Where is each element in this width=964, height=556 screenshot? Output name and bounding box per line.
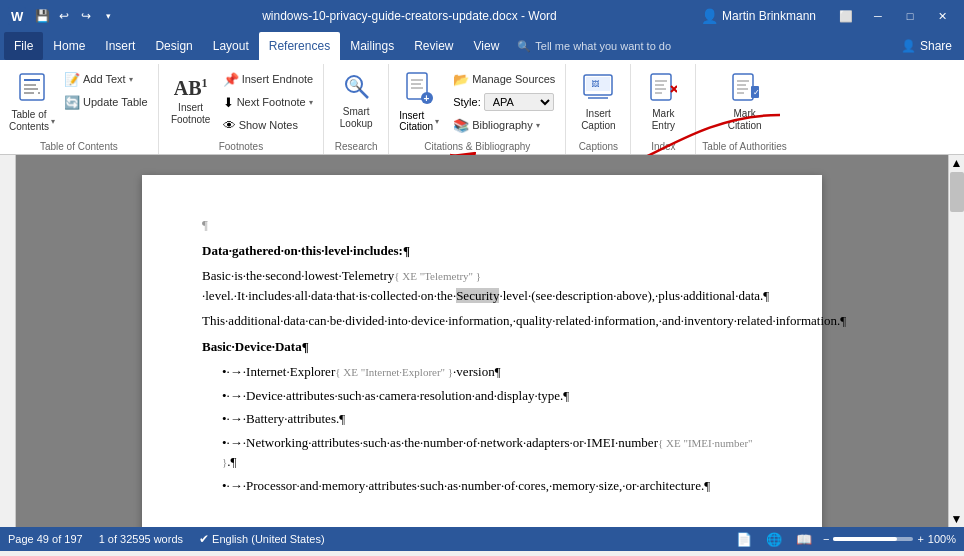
para-pilcrow: ¶: [202, 215, 762, 235]
page-indicator: Page 49 of 197: [8, 533, 83, 545]
tell-me-area[interactable]: 🔍 Tell me what you want to do: [509, 32, 893, 60]
manage-sources-button[interactable]: 📂 Manage Sources: [449, 68, 559, 90]
footnotes-group: AB1 InsertFootnote 📌 Insert Endnote ⬇ Ne…: [159, 64, 325, 154]
user-icon: 👤: [701, 8, 718, 24]
xe-telemetry: { XE "Telemetry" }: [394, 270, 481, 282]
add-text-label: Add Text: [83, 73, 126, 85]
customize-qa-button[interactable]: ▾: [98, 6, 118, 26]
toc-dropdown-icon: ▾: [51, 117, 55, 126]
next-footnote-button[interactable]: ⬇ Next Footnote ▾: [219, 91, 318, 113]
mark-entry-button[interactable]: MarkEntry: [637, 68, 689, 136]
insert-footnote-label: InsertFootnote: [171, 102, 210, 126]
mark-citation-button[interactable]: ✓ MarkCitation: [719, 68, 771, 136]
user-name: Martin Brinkmann: [722, 9, 816, 23]
add-text-button[interactable]: 📝 Add Text ▾: [60, 68, 152, 90]
insert-citation-button[interactable]: + InsertCitation ▾: [395, 68, 443, 136]
toc-button[interactable]: Table ofContents ▾: [6, 68, 58, 137]
captions-group: 🖼 InsertCaption Captions: [566, 64, 631, 154]
bullet-battery: •·→·Battery·attributes.¶: [222, 409, 762, 429]
mark-entry-icon: [649, 72, 677, 105]
language-indicator: ✔ English (United States): [199, 532, 325, 546]
bullet-processor: •·→·Processor·and·memory·attributes·such…: [222, 476, 762, 496]
mark-citation-icon: ✓: [731, 72, 759, 105]
index-group: MarkEntry Index: [631, 64, 696, 154]
toc-small-buttons: 📝 Add Text ▾ 🔄 Update Table: [60, 68, 152, 113]
view-print-button[interactable]: 📄: [733, 530, 755, 548]
menu-references[interactable]: References: [259, 32, 340, 60]
insert-citation-dropdown: ▾: [435, 117, 439, 126]
captions-buttons: 🖼 InsertCaption: [572, 64, 624, 139]
menu-review[interactable]: Review: [404, 32, 463, 60]
menu-mailings[interactable]: Mailings: [340, 32, 404, 60]
show-notes-icon: 👁: [223, 118, 236, 133]
insert-endnote-button[interactable]: 📌 Insert Endnote: [219, 68, 318, 90]
quick-access-toolbar: 💾 ↩ ↪ ▾: [32, 6, 118, 26]
zoom-level: 100%: [928, 533, 956, 545]
citations-group-label: Citations & Bibliography: [424, 139, 530, 154]
zoom-out-button[interactable]: −: [823, 533, 829, 545]
status-bar-right: 📄 🌐 📖 − + 100%: [733, 530, 956, 548]
document-content: ¶ Data·gathered·on·this·level·includes:¶…: [202, 215, 762, 495]
captions-group-label: Captions: [579, 139, 618, 154]
pilcrow-mark: ¶: [202, 217, 208, 232]
bibliography-label: Bibliography: [472, 119, 533, 131]
next-footnote-label: Next Footnote: [237, 96, 306, 108]
redo-button[interactable]: ↪: [76, 6, 96, 26]
citations-small-buttons: 📂 Manage Sources Style: APA MLA Chicago …: [449, 68, 559, 136]
menu-layout[interactable]: Layout: [203, 32, 259, 60]
restore-button[interactable]: □: [896, 0, 924, 32]
index-buttons: MarkEntry: [637, 64, 689, 139]
svg-text:🖼: 🖼: [591, 80, 599, 89]
style-select[interactable]: APA MLA Chicago: [484, 93, 554, 111]
close-button[interactable]: ✕: [928, 0, 956, 32]
left-margin: [0, 155, 16, 527]
mark-citation-label: MarkCitation: [728, 108, 762, 132]
view-read-button[interactable]: 📖: [793, 530, 815, 548]
next-footnote-icon: ⬇: [223, 95, 234, 110]
scroll-down-button[interactable]: ▼: [949, 511, 964, 527]
insert-citation-icon: +: [405, 72, 433, 107]
menu-insert[interactable]: Insert: [95, 32, 145, 60]
authorities-group: ✓ MarkCitation Table of Authorities: [696, 64, 793, 154]
bibliography-button[interactable]: 📚 Bibliography ▾: [449, 114, 559, 136]
insert-endnote-icon: 📌: [223, 72, 239, 87]
bullet-device: •·→·Device·attributes·such·as·camera·res…: [222, 386, 762, 406]
insert-caption-button[interactable]: 🖼 InsertCaption: [572, 68, 624, 136]
undo-button[interactable]: ↩: [54, 6, 74, 26]
menu-view[interactable]: View: [464, 32, 510, 60]
toc-icon: [18, 72, 46, 106]
update-table-button[interactable]: 🔄 Update Table: [60, 91, 152, 113]
view-web-button[interactable]: 🌐: [763, 530, 785, 548]
ribbon-display-button[interactable]: ⬜: [832, 0, 860, 32]
right-scrollbar[interactable]: ▲ ▼: [948, 155, 964, 527]
document-area[interactable]: ¶ Data·gathered·on·this·level·includes:¶…: [16, 155, 948, 527]
show-notes-button[interactable]: 👁 Show Notes: [219, 114, 318, 136]
zoom-slider[interactable]: [833, 537, 913, 541]
svg-text:🔍: 🔍: [349, 78, 362, 91]
minimize-button[interactable]: ─: [864, 0, 892, 32]
citations-group: + InsertCitation ▾ 📂 Manage Sources Styl…: [389, 64, 566, 154]
language-check-icon: ✔: [199, 532, 209, 546]
menu-home[interactable]: Home: [43, 32, 95, 60]
insert-caption-icon: 🖼: [583, 72, 613, 105]
citations-buttons: + InsertCitation ▾ 📂 Manage Sources Styl…: [395, 64, 559, 139]
menu-file[interactable]: File: [4, 32, 43, 60]
save-button[interactable]: 💾: [32, 6, 52, 26]
ribbon: Table ofContents ▾ 📝 Add Text ▾ 🔄 Update…: [0, 60, 964, 155]
style-label: Style:: [453, 96, 481, 108]
insert-footnote-button[interactable]: AB1 InsertFootnote: [165, 68, 217, 134]
next-footnote-dropdown: ▾: [309, 98, 313, 107]
scroll-thumb[interactable]: [950, 172, 964, 212]
zoom-in-button[interactable]: +: [917, 533, 923, 545]
smart-lookup-label: SmartLookup: [340, 106, 373, 130]
word-count: 1 of 32595 words: [99, 533, 183, 545]
share-button[interactable]: 👤 Share: [893, 32, 960, 60]
para-additional: This·additional·data·can·be·divided·into…: [202, 311, 762, 331]
insert-citation-label: InsertCitation: [399, 110, 433, 132]
window-title: windows-10-privacy-guide-creators-update…: [118, 9, 701, 23]
scroll-up-button[interactable]: ▲: [949, 155, 964, 171]
menu-design[interactable]: Design: [145, 32, 202, 60]
para-basic: Basic·is·the·second·lowest·Telemetry{ XE…: [202, 266, 762, 305]
smart-lookup-button[interactable]: 🔍 SmartLookup: [330, 68, 382, 134]
svg-rect-2: [20, 74, 44, 100]
